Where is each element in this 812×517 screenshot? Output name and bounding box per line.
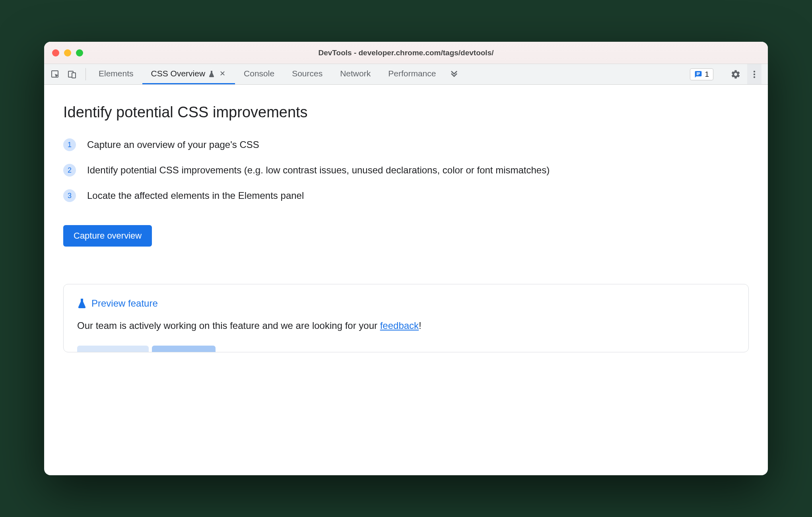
svg-rect-2 xyxy=(72,73,76,78)
tab-label: Console xyxy=(244,69,274,78)
tab-label: Sources xyxy=(292,69,322,78)
preview-thumbnails xyxy=(77,346,735,352)
experiment-icon xyxy=(77,298,87,309)
traffic-lights xyxy=(52,49,83,56)
maximize-window-button[interactable] xyxy=(76,49,83,56)
toolbar-right: 1 xyxy=(690,64,763,84)
steps-list: 1 Capture an overview of your page's CSS… xyxy=(63,138,749,203)
step-item: 1 Capture an overview of your page's CSS xyxy=(63,138,749,152)
tab-label: Network xyxy=(340,69,371,78)
device-toggle-icon[interactable] xyxy=(67,70,77,79)
tab-label: Elements xyxy=(99,69,134,78)
feedback-icon xyxy=(694,70,702,78)
svg-point-3 xyxy=(754,70,755,72)
feedback-badge[interactable]: 1 xyxy=(690,68,713,80)
capture-overview-button[interactable]: Capture overview xyxy=(63,225,152,247)
toolbar-divider xyxy=(85,68,86,80)
kebab-menu-icon[interactable] xyxy=(747,64,761,84)
thumbnail[interactable] xyxy=(77,346,149,352)
inspect-element-icon[interactable] xyxy=(51,70,60,79)
more-tabs-icon[interactable] xyxy=(445,64,464,84)
close-window-button[interactable] xyxy=(52,49,59,56)
tab-network[interactable]: Network xyxy=(331,64,379,84)
page-title: Identify potential CSS improvements xyxy=(63,104,749,121)
feedback-link[interactable]: feedback xyxy=(380,320,419,331)
tab-elements[interactable]: Elements xyxy=(90,64,142,84)
step-number: 2 xyxy=(63,164,76,177)
svg-point-5 xyxy=(754,76,755,78)
close-tab-icon[interactable]: ✕ xyxy=(219,69,226,78)
toolbar-icons-left xyxy=(49,64,82,84)
preview-header: Preview feature xyxy=(77,298,735,309)
tab-label: CSS Overview xyxy=(151,69,206,78)
tab-console[interactable]: Console xyxy=(235,64,283,84)
preview-text-suffix: ! xyxy=(419,320,422,331)
thumbnail[interactable] xyxy=(152,346,216,352)
preview-feature-card: Preview feature Our team is actively wor… xyxy=(63,284,749,352)
step-number: 3 xyxy=(63,189,76,202)
devtools-toolbar: Elements CSS Overview ✕ Console Sources … xyxy=(44,64,768,85)
preview-text-prefix: Our team is actively working on this fea… xyxy=(77,320,380,331)
devtools-window: DevTools - developer.chrome.com/tags/dev… xyxy=(44,42,768,475)
step-item: 2 Identify potential CSS improvements (e… xyxy=(63,163,749,177)
titlebar: DevTools - developer.chrome.com/tags/dev… xyxy=(44,42,768,64)
minimize-window-button[interactable] xyxy=(64,49,71,56)
preview-body: Our team is actively working on this fea… xyxy=(77,320,735,331)
panel-content: Identify potential CSS improvements 1 Ca… xyxy=(44,85,768,475)
tabs: Elements CSS Overview ✕ Console Sources … xyxy=(90,64,445,84)
tab-css-overview[interactable]: CSS Overview ✕ xyxy=(142,64,235,84)
step-text: Capture an overview of your page's CSS xyxy=(87,138,259,152)
settings-icon[interactable] xyxy=(727,69,745,80)
tab-sources[interactable]: Sources xyxy=(283,64,331,84)
svg-point-4 xyxy=(754,73,755,75)
window-title: DevTools - developer.chrome.com/tags/dev… xyxy=(44,49,768,57)
step-item: 3 Locate the affected elements in the El… xyxy=(63,189,749,203)
step-text: Locate the affected elements in the Elem… xyxy=(87,189,304,203)
feedback-count: 1 xyxy=(705,70,709,79)
step-number: 1 xyxy=(63,138,76,151)
experiment-icon xyxy=(208,70,216,77)
preview-title: Preview feature xyxy=(91,298,158,309)
step-text: Identify potential CSS improvements (e.g… xyxy=(87,163,550,177)
tab-label: Performance xyxy=(388,69,436,78)
tab-performance[interactable]: Performance xyxy=(379,64,445,84)
